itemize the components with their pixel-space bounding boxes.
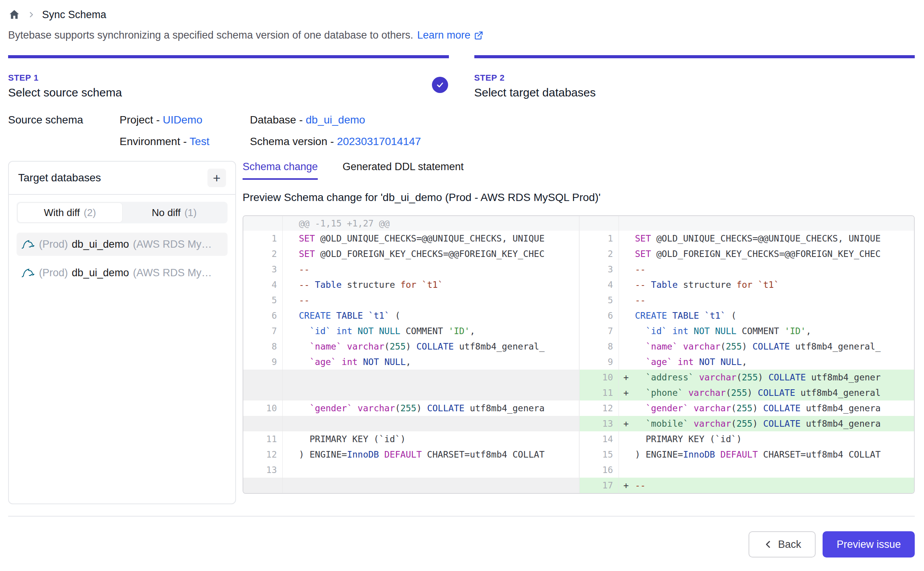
- diff-row: 9 `age` int NOT NULL,9 `age` int NOT NUL…: [243, 354, 914, 370]
- line-number: 13: [580, 416, 619, 431]
- diff-sign: [619, 354, 635, 370]
- diff-sign: [283, 416, 299, 431]
- schema-version-link[interactable]: 20230317014147: [337, 135, 421, 147]
- diff-filter-tabs: With diff (2) No diff (1): [9, 195, 235, 230]
- code-line: --: [299, 292, 579, 308]
- line-number: [243, 385, 283, 400]
- step-1-label: STEP 1: [8, 73, 449, 83]
- line-number: [243, 416, 283, 431]
- line-number: 14: [580, 431, 619, 447]
- line-number: 6: [580, 308, 619, 323]
- code-line: PRIMARY KEY (`id`): [635, 431, 914, 447]
- tab-no-diff[interactable]: No diff (1): [122, 203, 227, 222]
- code-line: `gender` varchar(255) COLLATE utf8mb4_ge…: [299, 400, 579, 416]
- line-number: 4: [243, 277, 283, 292]
- sync-schema-page: Sync Schema Bytebase supports synchroniz…: [0, 0, 924, 557]
- intro-text-row: Bytebase supports synchronizing a specif…: [8, 29, 915, 41]
- line-number: 9: [580, 354, 619, 370]
- database-link[interactable]: db_ui_demo: [306, 114, 365, 126]
- diff-right-half: 1SET @OLD_UNIQUE_CHECKS=@@UNIQUE_CHECKS,…: [579, 231, 914, 246]
- diff-sign: [283, 478, 299, 493]
- code-line: ) ENGINE=InnoDB DEFAULT CHARSET=utf8mb4 …: [299, 447, 579, 462]
- diff-sign: [619, 447, 635, 462]
- preview-issue-button[interactable]: Preview issue: [823, 531, 915, 557]
- diff-row: 10+ `address` varchar(255) COLLATE utf8m…: [243, 370, 914, 385]
- diff-right-half: 5--: [579, 292, 914, 308]
- line-number: 17: [580, 478, 619, 493]
- external-link-icon: [474, 30, 484, 41]
- diff-sign: [283, 308, 299, 323]
- diff-left-half: 11 PRIMARY KEY (`id`): [243, 431, 579, 447]
- target-database-item[interactable]: (Prod)db_ui_demo(AWS RDS MySQL Prod): [17, 233, 228, 256]
- target-databases-title: Target databases: [18, 172, 101, 184]
- line-number: 6: [243, 308, 283, 323]
- source-project: Project - UIDemo: [120, 114, 250, 126]
- line-number: 5: [243, 292, 283, 308]
- diff-right-half: [579, 216, 914, 231]
- diff-sign: [283, 216, 299, 231]
- step-1-completed-check-icon: [432, 77, 448, 93]
- line-number: 16: [580, 462, 619, 478]
- diff-right-half: 4-- Table structure for `t1`: [579, 277, 914, 292]
- diff-row: 5--5--: [243, 292, 914, 308]
- step-1: STEP 1 Select source schema: [8, 55, 449, 99]
- diff-sign: [283, 323, 299, 339]
- code-line: PRIMARY KEY (`id`): [299, 431, 579, 447]
- footer-actions: Back Preview issue: [8, 531, 915, 557]
- schema-preview-section: Schema change Generated DDL statement Pr…: [243, 161, 915, 494]
- diff-row: 10 `gender` varchar(255) COLLATE utf8mb4…: [243, 400, 914, 416]
- line-number: 7: [243, 323, 283, 339]
- diff-sign: [619, 323, 635, 339]
- code-line: [635, 216, 914, 231]
- step-2-progress-bar: [474, 55, 915, 58]
- source-environment: Environment - Test: [120, 135, 250, 148]
- mysql-icon: [21, 266, 35, 280]
- diff-sign: [283, 277, 299, 292]
- diff-row: 1316: [243, 462, 914, 478]
- diff-left-half: 6CREATE TABLE `t1` (: [243, 308, 579, 323]
- target-database-item[interactable]: (Prod)db_ui_demo(AWS RDS MySQL Prod): [17, 261, 228, 284]
- code-line: SET @OLD_UNIQUE_CHECKS=@@UNIQUE_CHECKS, …: [635, 231, 914, 246]
- code-line: `name` varchar(255) COLLATE utf8mb4_gene…: [299, 339, 579, 354]
- project-link[interactable]: UIDemo: [163, 114, 202, 126]
- database-instance: (AWS RDS MySQL Prod): [133, 238, 216, 250]
- diff-row: 11+ `phone` varchar(255) COLLATE utf8mb4…: [243, 385, 914, 400]
- diff-sign: [619, 231, 635, 246]
- add-target-database-button[interactable]: +: [207, 169, 226, 187]
- line-number: 9: [243, 354, 283, 370]
- diff-left-half: 1SET @OLD_UNIQUE_CHECKS=@@UNIQUE_CHECKS,…: [243, 231, 579, 246]
- diff-right-half: 9 `age` int NOT NULL,: [579, 354, 914, 370]
- diff-right-half: 13+ `mobile` varchar(255) COLLATE utf8mb…: [579, 416, 914, 431]
- code-line: --: [299, 262, 579, 277]
- tab-generated-ddl[interactable]: Generated DDL statement: [342, 161, 464, 180]
- diff-right-half: 2SET @OLD_FOREIGN_KEY_CHECKS=@@FOREIGN_K…: [579, 246, 914, 262]
- environment-link[interactable]: Test: [190, 135, 209, 147]
- source-database: Database - db_ui_demo: [250, 114, 915, 126]
- home-icon[interactable]: [8, 8, 20, 21]
- diff-sign: [283, 231, 299, 246]
- preview-title: Preview Schema change for 'db_ui_demo (P…: [243, 191, 915, 204]
- line-number: 1: [243, 231, 283, 246]
- diff-sign: [283, 431, 299, 447]
- preview-tabs: Schema change Generated DDL statement: [243, 161, 915, 180]
- diff-sign: [283, 385, 299, 400]
- diff-left-half: 8 `name` varchar(255) COLLATE utf8mb4_ge…: [243, 339, 579, 354]
- diff-row: 4-- Table structure for `t1`4-- Table st…: [243, 277, 914, 292]
- tab-schema-change[interactable]: Schema change: [243, 161, 318, 180]
- source-schema-spacer: [8, 135, 120, 148]
- code-line: [299, 416, 579, 431]
- learn-more-link[interactable]: Learn more: [417, 29, 484, 41]
- diff-sign: [283, 447, 299, 462]
- line-number: 10: [580, 370, 619, 385]
- back-button[interactable]: Back: [749, 531, 816, 557]
- code-line: SET @OLD_FOREIGN_KEY_CHECKS=@@FOREIGN_KE…: [299, 246, 579, 262]
- diff-right-half: 7 `id` int NOT NULL COMMENT 'ID',: [579, 323, 914, 339]
- project-label: Project -: [120, 114, 163, 126]
- chevron-left-icon: [763, 539, 773, 549]
- tab-with-diff[interactable]: With diff (2): [18, 203, 122, 222]
- code-line: --: [635, 262, 914, 277]
- diff-right-half: 10+ `address` varchar(255) COLLATE utf8m…: [579, 370, 914, 385]
- code-line: --: [635, 292, 914, 308]
- database-name: db_ui_demo: [72, 267, 129, 279]
- schema-version-label: Schema version -: [250, 135, 337, 147]
